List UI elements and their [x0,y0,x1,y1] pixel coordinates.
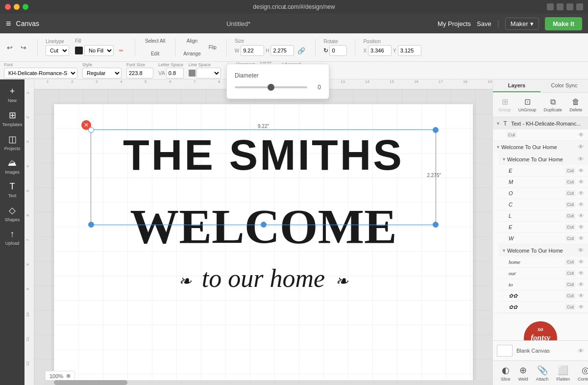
scrollbar-thumb[interactable] [54,380,127,385]
fill-color-swatch[interactable] [75,47,83,54]
curve-slider[interactable] [235,86,307,88]
text-welcome[interactable]: WELCOME [83,202,443,251]
line-space-select[interactable] [196,68,221,78]
style-select[interactable]: Regular [82,68,122,78]
lock-ratio-icon[interactable]: 🔗 [295,45,307,56]
undo-button[interactable]: ↩ [4,42,16,53]
width-input[interactable] [241,45,264,56]
font-select[interactable]: KH-Delicate-Romance-Sans [4,68,77,78]
layer-letter-l[interactable]: L Cut 👁 [499,210,588,222]
sub-group2-label: Welcome To Our Home [507,248,576,254]
maker-dropdown[interactable]: Maker ▾ [505,18,539,30]
deco1-eye[interactable]: 👁 [578,292,584,299]
flip-button[interactable]: Flip [207,42,219,53]
letter-m-eye[interactable]: 👁 [578,179,584,185]
y-input[interactable] [398,45,421,56]
rotate-input[interactable] [329,45,347,56]
layer-decoration-1[interactable]: ✿✿ Cut 👁 [499,290,588,302]
sidebar-item-shapes[interactable]: ◇ Shapes [1,202,23,225]
letter-l-tag: Cut [565,213,575,219]
our-eye[interactable]: 👁 [578,270,584,277]
layer-home[interactable]: home Cut 👁 [499,257,588,268]
sidebar-item-templates[interactable]: ⊞ Templates [1,107,23,130]
window-control-3[interactable] [566,3,573,10]
sidebar-item-text[interactable]: T Text [1,179,23,201]
layer-group-header-1[interactable]: ▾ Welcome To Our Home 👁 [493,141,588,153]
canvas-scrollbar[interactable] [44,380,492,385]
letter-c-eye[interactable]: 👁 [578,201,584,208]
sub-group-header-1[interactable]: ▾ Welcome To Our Home 👁 [499,153,588,165]
blank-canvas-eye-icon[interactable]: 👁 [578,347,584,355]
to-eye[interactable]: 👁 [578,281,584,288]
font-label: Font [4,62,77,67]
sub-group1-eye-icon[interactable]: 👁 [578,155,584,163]
layer-letter-w[interactable]: W Cut 👁 [499,233,588,244]
layer-letter-m[interactable]: M Cut 👁 [499,177,588,188]
font-size-group: Font Size [126,62,153,78]
canvas-white[interactable]: THE SMITHS WELCOME ❧ to our home ❧ ✕ [54,104,473,380]
window-control-2[interactable] [557,3,564,10]
layer-to[interactable]: to Cut 👁 [499,279,588,290]
attach-button[interactable]: 📎 Attach [532,363,553,384]
tab-layers[interactable]: Layers [493,79,540,92]
group1-eye-icon[interactable]: 👁 [578,143,584,151]
slice-button[interactable]: ◐ Slice [497,363,514,384]
sidebar-item-upload[interactable]: ↑ Upload [1,226,23,249]
cut-visibility-icon[interactable]: 👁 [578,131,584,138]
size-group: Size W H 🔗 [235,38,308,56]
letter-o-eye[interactable]: 👁 [578,190,584,197]
sub-group2-eye-icon[interactable]: 👁 [578,247,584,254]
tab-color-sync[interactable]: Color Sync [540,79,588,92]
layer-letter-c[interactable]: C Cut 👁 [499,199,588,210]
linetype-select[interactable]: Cut [46,45,69,56]
sub-group-header-2[interactable]: ▾ Welcome To Our Home 👁 [499,244,588,257]
deco2-eye[interactable]: 👁 [578,304,584,310]
text-smiths[interactable]: THE SMITHS [93,133,434,177]
layer-our[interactable]: our Cut 👁 [499,268,588,279]
text-subtitle[interactable]: ❧ to our home ❧ [83,266,443,291]
delete-button[interactable]: 🗑 Delete [566,96,585,114]
my-projects-button[interactable]: My Projects [438,20,471,27]
weld-button[interactable]: ⊕ Weld [514,363,532,384]
cut-layer-item[interactable]: Cut 👁 [493,129,588,141]
select-all-button[interactable]: Select All [143,35,167,47]
line-space-group: Line Space [189,62,221,78]
duplicate-button[interactable]: ⧉ Duplicate [541,96,565,114]
home-eye[interactable]: 👁 [578,258,584,265]
make-it-button[interactable]: Make It [545,17,582,30]
fill-edit-icon[interactable]: ✏ [115,45,127,56]
layer-decoration-2[interactable]: ✿✿ Cut 👁 [499,302,588,313]
zoom-in-button[interactable]: ⊕ [66,373,71,379]
letter-e1-eye[interactable]: 👁 [578,167,584,174]
fill-select[interactable]: No Fill [84,45,114,56]
height-input[interactable] [270,45,294,56]
window-control-4[interactable] [576,3,583,10]
layer-letter-e1[interactable]: E Cut 👁 [499,165,588,177]
hamburger-menu[interactable]: ≡ [6,19,11,29]
font-size-input[interactable] [126,68,153,78]
ungroup-button[interactable]: ⊡ UnGroup [515,96,539,114]
close-button[interactable] [5,4,11,10]
x-input[interactable] [368,45,392,56]
sidebar-item-projects[interactable]: ◫ Projects [1,131,23,154]
sidebar-item-new[interactable]: + New [1,83,23,106]
letter-e2-eye[interactable]: 👁 [578,224,584,231]
window-control-1[interactable] [547,3,554,10]
align-button[interactable]: Align [183,35,201,47]
flatten-button[interactable]: ⬜ Flatten [552,363,574,384]
edit-button[interactable]: Edit [143,48,167,60]
layer-letter-o[interactable]: O Cut 👁 [499,188,588,199]
letter-w-eye[interactable]: 👁 [578,235,584,242]
letter-l-eye[interactable]: 👁 [578,212,584,219]
contour-button[interactable]: ◎ Contour [574,363,588,384]
minimize-button[interactable] [14,4,20,10]
group-button[interactable]: ⊞ Group [496,96,514,114]
maximize-button[interactable] [23,4,28,10]
letter-space-input[interactable] [166,68,184,78]
arrange-button[interactable]: Arrange [183,48,201,60]
layer-letter-e2[interactable]: E Cut 👁 [499,222,588,233]
sidebar-item-images[interactable]: ⛰ Images [1,155,23,178]
main-layer-header[interactable]: ▾ T Text - KH-Delicate-Romanc... [493,117,588,129]
save-button[interactable]: Save [477,20,491,27]
redo-button[interactable]: ↪ [18,42,29,53]
